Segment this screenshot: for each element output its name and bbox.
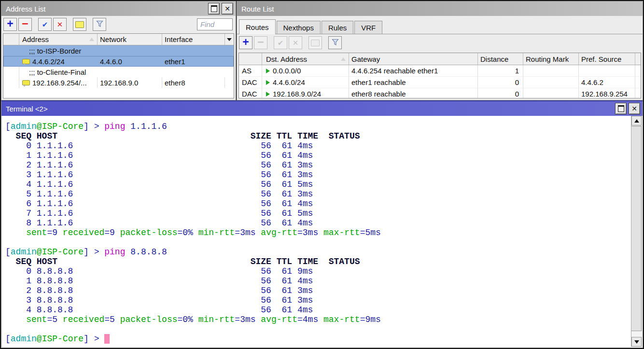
terminal-screen[interactable]: [admin@ISP-Core] > ping 1.1.1.6 SEQ HOST… bbox=[2, 116, 642, 347]
disable-button[interactable]: ✕ bbox=[53, 18, 67, 31]
disable-button: ✕ bbox=[289, 36, 302, 49]
terminal-prompt-line: [admin@ISP-Core] > ping 8.8.8.8 bbox=[5, 247, 630, 257]
remove-button[interactable]: − bbox=[18, 18, 32, 31]
terminal-ping-line: 0 1.1.1.6 56 61 4ms bbox=[5, 141, 630, 151]
maximize-button[interactable] bbox=[208, 3, 220, 14]
comment-icon bbox=[311, 40, 320, 46]
maximize-icon bbox=[618, 105, 624, 112]
terminal-blank-line bbox=[5, 324, 630, 334]
route-table-body: AS0.0.0.0/04.4.6.254 reachable ether11DA… bbox=[239, 65, 641, 98]
column-header-interface[interactable]: Interface bbox=[162, 34, 225, 45]
column-header-flags bbox=[3, 34, 19, 45]
add-button[interactable]: + bbox=[239, 36, 252, 49]
column-selector-button[interactable] bbox=[225, 34, 234, 45]
route-flags: DAC bbox=[239, 77, 262, 88]
filter-button[interactable] bbox=[328, 36, 342, 49]
terminal-summary-line: sent=9 received=9 packet-loss=0% min-rtt… bbox=[5, 228, 630, 237]
maximize-button[interactable] bbox=[615, 103, 627, 114]
arrow-up-icon bbox=[634, 119, 639, 123]
terminal-scrollbar[interactable] bbox=[631, 116, 642, 347]
column-header-gateway[interactable]: Gateway bbox=[349, 53, 478, 65]
close-button[interactable]: ✕ bbox=[222, 3, 233, 14]
arrow-down-icon bbox=[634, 340, 639, 344]
terminal-ping-line: 6 1.1.1.6 56 61 4ms bbox=[5, 199, 630, 209]
route-list-window: Route List RoutesNexthopsRulesVRF +−✔✕ D… bbox=[237, 1, 643, 100]
address-list-toolbar: +−✔✕ bbox=[1, 16, 236, 33]
route-arrow-icon bbox=[266, 69, 270, 73]
route-list-toolbar: +−✔✕ bbox=[237, 34, 643, 52]
comment-icon bbox=[75, 21, 84, 28]
address-row[interactable]: 4.4.6.2/244.4.6.0ether1 bbox=[3, 56, 234, 67]
tab-nexthops[interactable]: Nexthops bbox=[277, 21, 321, 34]
column-header-routing-mark[interactable]: Routing Mark bbox=[523, 53, 579, 65]
maximize-icon bbox=[211, 5, 217, 12]
filter-icon bbox=[96, 20, 103, 29]
route-table: Dst. Address Gateway Distance Routing Ma… bbox=[238, 53, 641, 98]
route-list-titlebar[interactable]: Route List bbox=[237, 1, 643, 16]
remove-icon: − bbox=[257, 37, 264, 48]
enable-icon: ✔ bbox=[42, 21, 48, 28]
column-header-distance[interactable]: Distance bbox=[478, 53, 523, 65]
disable-icon: ✕ bbox=[57, 21, 63, 28]
terminal-header-line: SEQ HOST SIZE TTL TIME STATUS bbox=[5, 131, 630, 141]
column-header-dst-address[interactable]: Dst. Address bbox=[262, 53, 349, 65]
comment-button[interactable] bbox=[73, 18, 86, 31]
address-row[interactable]: 192.168.9.254/...192.168.9.0ether8 bbox=[3, 77, 234, 88]
address-table: Address Network Interface ;;; to-ISP-Bor… bbox=[3, 33, 234, 98]
chevron-down-icon bbox=[227, 38, 232, 41]
add-icon: + bbox=[7, 18, 13, 29]
tab-routes[interactable]: Routes bbox=[239, 19, 276, 34]
find-input[interactable] bbox=[197, 18, 233, 30]
column-header-address[interactable]: Address bbox=[19, 34, 98, 45]
terminal-ping-line: 2 8.8.8.8 56 61 3ms bbox=[5, 286, 630, 295]
enable-button[interactable]: ✔ bbox=[38, 18, 52, 31]
terminal-ping-line: 0 8.8.8.8 56 61 9ms bbox=[5, 266, 630, 276]
terminal-prompt-line: [admin@ISP-Core] > bbox=[5, 334, 630, 344]
terminal-ping-line: 3 1.1.1.6 56 61 3ms bbox=[5, 170, 630, 180]
terminal-prompt-line: [admin@ISP-Core] > ping 1.1.1.6 bbox=[5, 122, 630, 131]
route-row[interactable]: DAC4.4.6.0/24ether1 reachable04.4.6.2 bbox=[239, 77, 641, 88]
address-list-title: Address List bbox=[6, 5, 206, 13]
terminal-summary-line: sent=5 received=5 packet-loss=0% min-rtt… bbox=[5, 315, 630, 324]
column-header-pref-source[interactable]: Pref. Source bbox=[579, 53, 635, 65]
close-icon: ✕ bbox=[224, 5, 230, 12]
add-button[interactable]: + bbox=[3, 18, 17, 31]
route-flags: DAC bbox=[239, 88, 262, 98]
comment-text: ;;; to-ISP-Border bbox=[19, 45, 234, 56]
terminal-window: Terminal <2> ✕ [admin@ISP-Core] > ping 1… bbox=[1, 100, 643, 348]
terminal-ping-line: 8 1.1.1.6 56 61 4ms bbox=[5, 218, 630, 228]
sort-ascending-icon bbox=[341, 57, 346, 61]
scrollbar-thumb[interactable] bbox=[631, 126, 642, 331]
terminal-titlebar[interactable]: Terminal <2> ✕ bbox=[1, 101, 643, 116]
enable-button: ✔ bbox=[274, 36, 287, 49]
scroll-up-button[interactable] bbox=[631, 116, 642, 126]
address-list-titlebar[interactable]: Address List ✕ bbox=[1, 1, 236, 16]
terminal-ping-line: 1 8.8.8.8 56 61 4ms bbox=[5, 276, 630, 286]
route-row[interactable]: DAC192.168.9.0/24ether8 reachable0192.16… bbox=[239, 88, 641, 98]
ip-address-icon bbox=[22, 80, 30, 85]
column-header-flags bbox=[239, 53, 262, 65]
address-comment-row[interactable]: ;;; to-ISP-Border bbox=[3, 45, 234, 56]
address-table-body: ;;; to-ISP-Border4.4.6.2/244.4.6.0ether1… bbox=[3, 45, 234, 88]
terminal-ping-line: 7 1.1.1.6 56 61 5ms bbox=[5, 209, 630, 218]
close-icon: ✕ bbox=[631, 105, 637, 112]
tab-vrf[interactable]: VRF bbox=[354, 21, 382, 34]
terminal-ping-line: 5 1.1.1.6 56 61 3ms bbox=[5, 189, 630, 199]
address-comment-row[interactable]: ;;; to-Cliente-Final bbox=[3, 67, 234, 77]
filter-button[interactable] bbox=[93, 18, 106, 31]
close-button[interactable]: ✕ bbox=[629, 103, 640, 114]
terminal-ping-line: 4 1.1.1.6 56 61 5ms bbox=[5, 180, 630, 189]
route-list-title: Route List bbox=[241, 5, 640, 13]
tab-rules[interactable]: Rules bbox=[322, 21, 353, 34]
address-list-window: Address List ✕ +−✔✕ Address Network Inte… bbox=[1, 1, 236, 100]
filter-icon bbox=[332, 39, 339, 47]
ip-address-icon bbox=[22, 59, 30, 64]
column-header-network[interactable]: Network bbox=[98, 34, 162, 45]
disable-icon: ✕ bbox=[293, 39, 299, 46]
scroll-down-button[interactable] bbox=[631, 337, 642, 347]
route-row[interactable]: AS0.0.0.0/04.4.6.254 reachable ether11 bbox=[239, 65, 641, 77]
winbox-workspace: Address List ✕ +−✔✕ Address Network Inte… bbox=[0, 0, 644, 349]
comment-text: ;;; to-Cliente-Final bbox=[19, 67, 234, 77]
route-list-tabs: RoutesNexthopsRulesVRF bbox=[237, 16, 643, 34]
terminal-blank-line bbox=[5, 237, 630, 247]
